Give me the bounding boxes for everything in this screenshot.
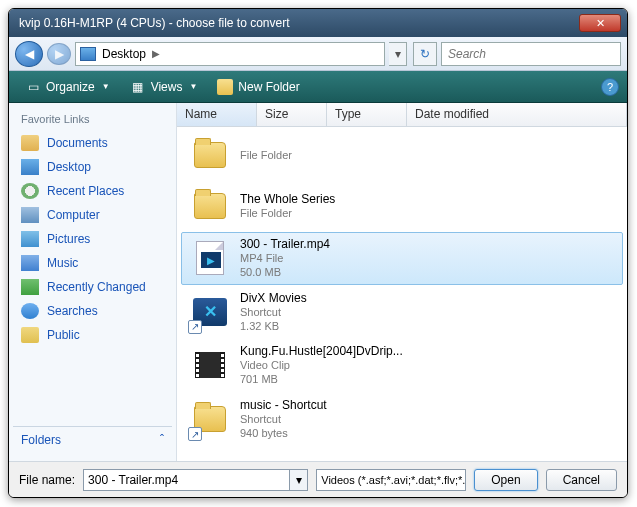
sidebar-item-documents[interactable]: Documents [13,131,172,155]
sidebar-item-pictures[interactable]: Pictures [13,227,172,251]
folders-label: Folders [21,433,61,447]
views-icon: ▦ [130,79,146,95]
folder-icon [217,79,233,95]
file-icon: ✕↗ [190,292,230,332]
file-icon [190,186,230,226]
titlebar: kvip 0.16H-M1RP (4 CPUs) - choose file t… [9,9,627,37]
refresh-button[interactable]: ↻ [413,42,437,66]
sidebar-item-music[interactable]: Music [13,251,172,275]
nav-bar: ◀ ▶ Desktop ▶ ▾ ↻ [9,37,627,71]
sidebar-item-label: Pictures [47,232,90,246]
toolbar: ▭ Organize ▼ ▦ Views ▼ New Folder ? [9,71,627,103]
cancel-button[interactable]: Cancel [546,469,617,491]
sidebar-item-label: Recently Changed [47,280,146,294]
file-icon: ↗ [190,399,230,439]
views-button[interactable]: ▦ Views ▼ [122,76,206,98]
organize-label: Organize [46,80,95,94]
sidebar-item-computer[interactable]: Computer [13,203,172,227]
sidebar-icon [21,303,39,319]
sidebar-item-label: Desktop [47,160,91,174]
file-text: File Folder [240,148,292,162]
file-meta: Shortcut940 bytes [240,412,327,441]
file-text: DivX MoviesShortcut1.32 KB [240,291,307,334]
open-button[interactable]: Open [474,469,537,491]
chevron-up-icon: ˆ [160,433,164,447]
views-label: Views [151,80,183,94]
sidebar-heading: Favorite Links [13,111,172,131]
sidebar-item-searches[interactable]: Searches [13,299,172,323]
file-pane: Name Size Type Date modified File Folder… [177,103,627,461]
file-item[interactable]: ▶300 - Trailer.mp4MP4 File50.0 MB [181,232,623,285]
filename-label: File name: [19,473,75,487]
organize-icon: ▭ [25,79,41,95]
file-meta: Shortcut1.32 KB [240,305,307,334]
file-meta: Video Clip701 MB [240,358,403,387]
filename-input[interactable] [83,469,290,491]
shortcut-overlay-icon: ↗ [188,427,202,441]
sidebar-item-desktop[interactable]: Desktop [13,155,172,179]
file-name: 300 - Trailer.mp4 [240,237,330,251]
file-item[interactable]: Kung.Fu.Hustle[2004]DvDrip...Video Clip7… [181,339,623,392]
file-icon [190,345,230,385]
file-list: File FolderThe Whole SeriesFile Folder▶3… [177,127,627,461]
file-name: Kung.Fu.Hustle[2004]DvDrip... [240,344,403,358]
sidebar-icon [21,183,39,199]
file-item[interactable]: ↗music - ShortcutShortcut940 bytes [181,393,623,446]
chevron-down-icon: ▼ [189,82,197,91]
file-type-filter[interactable]: Videos (*.asf;*.avi;*.dat;*.flv;*. ▾ [316,469,466,491]
new-folder-label: New Folder [238,80,299,94]
sidebar-icon [21,255,39,271]
footer: File name: ▾ Videos (*.asf;*.avi;*.dat;*… [9,461,627,497]
file-icon [190,135,230,175]
sidebar-item-label: Music [47,256,78,270]
folders-toggle[interactable]: Folders ˆ [13,426,172,453]
file-name: The Whole Series [240,192,335,206]
organize-button[interactable]: ▭ Organize ▼ [17,76,118,98]
sidebar-icon [21,279,39,295]
sidebar-item-label: Documents [47,136,108,150]
sidebar-item-label: Public [47,328,80,342]
shortcut-overlay-icon: ↗ [188,320,202,334]
close-button[interactable]: ✕ [579,14,621,32]
filter-text: Videos (*.asf;*.avi;*.dat;*.flv;*. [321,474,465,486]
file-dialog: kvip 0.16H-M1RP (4 CPUs) - choose file t… [8,8,628,498]
col-name[interactable]: Name [177,103,257,126]
file-name: DivX Movies [240,291,307,305]
sidebar-item-label: Recent Places [47,184,124,198]
new-folder-button[interactable]: New Folder [209,76,307,98]
back-button[interactable]: ◀ [15,41,43,67]
search-input[interactable] [441,42,621,66]
file-item[interactable]: ✕↗DivX MoviesShortcut1.32 KB [181,286,623,339]
chevron-down-icon: ▼ [102,82,110,91]
file-meta: MP4 File50.0 MB [240,251,330,280]
sidebar-item-recently-changed[interactable]: Recently Changed [13,275,172,299]
help-button[interactable]: ? [601,78,619,96]
desktop-icon [80,47,96,61]
file-text: Kung.Fu.Hustle[2004]DvDrip...Video Clip7… [240,344,403,387]
file-meta: File Folder [240,206,335,220]
address-dropdown[interactable]: ▾ [389,42,407,66]
sidebar-item-recent-places[interactable]: Recent Places [13,179,172,203]
file-meta: File Folder [240,148,292,162]
file-text: 300 - Trailer.mp4MP4 File50.0 MB [240,237,330,280]
sidebar: Favorite Links DocumentsDesktopRecent Pl… [9,103,177,461]
col-type[interactable]: Type [327,103,407,126]
chevron-right-icon[interactable]: ▶ [152,48,160,59]
address-bar[interactable]: Desktop ▶ [75,42,385,66]
sidebar-icon [21,135,39,151]
sidebar-icon [21,231,39,247]
file-text: music - ShortcutShortcut940 bytes [240,398,327,441]
file-name: music - Shortcut [240,398,327,412]
forward-button[interactable]: ▶ [47,43,71,65]
filename-dropdown[interactable]: ▾ [290,469,308,491]
sidebar-icon [21,207,39,223]
file-text: The Whole SeriesFile Folder [240,192,335,220]
col-size[interactable]: Size [257,103,327,126]
column-headers: Name Size Type Date modified [177,103,627,127]
file-item[interactable]: File Folder [181,130,623,180]
sidebar-icon [21,159,39,175]
file-item[interactable]: The Whole SeriesFile Folder [181,181,623,231]
window-title: kvip 0.16H-M1RP (4 CPUs) - choose file t… [15,16,579,30]
sidebar-item-public[interactable]: Public [13,323,172,347]
col-date[interactable]: Date modified [407,103,627,126]
